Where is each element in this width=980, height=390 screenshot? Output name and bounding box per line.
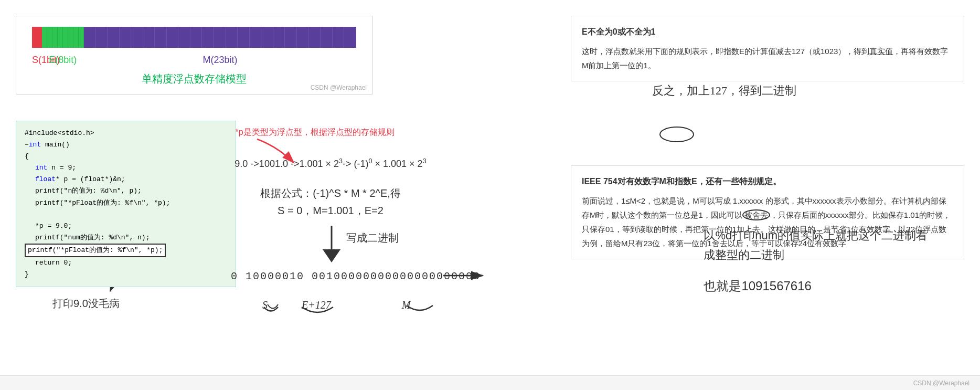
code-keyword-int: int <box>29 141 41 149</box>
code-keyword: float <box>35 175 56 183</box>
big-result-line2: 成整型的二进制 <box>704 245 928 265</box>
m-seg <box>120 27 132 48</box>
e-seg <box>58 27 63 48</box>
code-text: printf("*pFloat的值为: %f\n", *p); <box>35 199 170 207</box>
e-seg <box>63 27 68 48</box>
code-section: #include<stdio.h> –int main() { int n = … <box>16 121 236 287</box>
box1-content: 这时，浮点数就采用下面的规则表示，即指数E的计算值减去127（或1023），得到… <box>582 44 953 72</box>
code-text: #include<stdio.h> <box>25 129 94 137</box>
m-seg <box>333 27 345 48</box>
code-text: printf("n的值为: %d\n", p); <box>35 187 142 195</box>
m-seg <box>238 27 250 48</box>
e-label: E+127 <box>302 299 331 311</box>
float-diagram-panel: S(1bit) E(8bit) M(23bit) 单精度浮点数存储模型 CSDN… <box>16 16 372 94</box>
m-seg <box>285 27 297 48</box>
e-seg <box>42 27 47 48</box>
binary-result: 0 10000010 00100000000000000000000 <box>231 270 481 282</box>
formula-calc-line1: 根据公式：(-1)^S * M * 2^E,得 <box>226 186 435 201</box>
big-result-line1: 以%d打印num的值实际上就把这个二进制看 <box>704 226 928 245</box>
e-seg <box>79 27 84 48</box>
svg-marker-4 <box>323 249 340 262</box>
code-line-13: } <box>25 269 227 280</box>
float-diagram: S(1bit) E(8bit) M(23bit) 单精度浮点数存储模型 CSDN… <box>16 16 372 94</box>
red-annotation: *p是类型为浮点型，根据浮点型的存储规则 <box>220 127 409 138</box>
code-line-3: { <box>25 151 227 162</box>
code-text: main() <box>41 141 70 149</box>
bottom-watermark: CSDN @Weraphael <box>913 380 970 387</box>
code-line-2: –int main() <box>25 139 227 151</box>
m-seg <box>131 27 143 48</box>
code-line-highlight: printf("*pFloat的值为: %f\n", *p); <box>25 244 166 257</box>
sign-bit <box>32 27 42 48</box>
box1-title: E不全为0或不全为1 <box>582 25 953 40</box>
e-seg <box>52 27 58 48</box>
e-seg <box>47 27 52 48</box>
code-line-10: printf("num的值为: %d\n", n); <box>25 232 227 244</box>
code-line-1: #include<stdio.h> <box>25 128 227 139</box>
code-prefix: – <box>25 141 29 149</box>
code-text: { <box>25 152 29 160</box>
code-text: * p = (float*)&n; <box>56 175 125 183</box>
code-line-4: int n = 9; <box>25 162 227 174</box>
m-seg <box>261 27 273 48</box>
code-line-8 <box>25 209 227 220</box>
watermark-top: CSDN @Weraphael <box>311 84 367 91</box>
big-result-value: 也就是1091567616 <box>704 276 928 297</box>
code-line-9: *p = 9.0; <box>25 220 227 232</box>
formula-values: S = 0，M=1.001，E=2 <box>226 204 435 218</box>
formula-text: 9.0 ->1001.0 ->1.001 × 23-> (-1)0 × 1.00… <box>235 159 426 169</box>
code-text: n = 9; <box>47 164 76 172</box>
code-text: } <box>25 270 29 278</box>
m-seg <box>214 27 226 48</box>
formula-calc: 根据公式：(-1)^S * M * 2^E,得 S = 0，M=1.001，E=… <box>226 186 435 218</box>
write-binary-label: 写成二进制 <box>346 231 399 245</box>
code-text: *p = 9.0; <box>35 222 72 230</box>
code-text: printf("*pFloat的值为: %f\n", *p); <box>28 246 163 254</box>
formula-display: 9.0 ->1001.0 ->1.001 × 23-> (-1)0 × 1.00… <box>226 157 435 170</box>
code-text: return 0; <box>35 259 72 267</box>
m-seg <box>202 27 214 48</box>
m-seg <box>167 27 179 48</box>
circled-text: 被舍去 <box>742 209 770 220</box>
e-seg <box>73 27 79 48</box>
m-seg <box>321 27 333 48</box>
info-box-1: E不全为0或不全为1 这时，浮点数就采用下面的规则表示，即指数E的计算值减去12… <box>571 16 964 81</box>
code-line-12: return 0; <box>25 257 227 269</box>
s-label: S <box>262 299 268 311</box>
diagram-title: 单精度浮点数存储模型 <box>32 72 356 86</box>
big-result-area: 以%d打印num的值实际上就把这个二进制看 成整型的二进制 也就是1091567… <box>704 226 928 297</box>
bit-labels: S(1bit) E(8bit) M(23bit) <box>32 52 356 66</box>
m-seg <box>309 27 321 48</box>
m-seg <box>297 27 309 48</box>
handwritten-note: 反之，加上127，得到二进制 <box>652 83 796 99</box>
print-note: 打印9.0没毛病 <box>52 297 120 311</box>
bottom-bar: CSDN @Weraphael <box>0 375 980 390</box>
m-seg <box>84 27 96 48</box>
exponent-label: E(8bit) <box>42 55 84 66</box>
sign-label: S(1bit) <box>32 55 42 66</box>
m-seg <box>178 27 190 48</box>
m-seg <box>95 27 108 48</box>
m-seg <box>250 27 262 48</box>
code-line-6: printf("n的值为: %d\n", p); <box>25 185 227 197</box>
mantissa-label: M(23bit) <box>84 55 356 66</box>
m-seg <box>108 27 120 48</box>
box2-title: IEEE 754对有效数字M和指数E，还有一些特别规定。 <box>582 174 953 189</box>
m-seg <box>344 27 356 48</box>
code-line-5: float* p = (float*)&n; <box>25 174 227 185</box>
code-text: printf("num的值为: %d\n", n); <box>35 234 150 241</box>
e-seg <box>68 27 73 48</box>
m-seg <box>273 27 285 48</box>
code-line-7: printf("*pFloat的值为: %f\n", *p); <box>25 197 227 209</box>
m-seg <box>155 27 167 48</box>
exponent-bits <box>42 27 84 48</box>
code-keyword: int <box>35 164 47 172</box>
m-seg <box>190 27 203 48</box>
m-label: M <box>402 299 411 311</box>
mantissa-bits <box>84 27 356 48</box>
binary-labels: S E+127 M <box>262 299 410 311</box>
m-seg <box>143 27 155 48</box>
m-seg <box>226 27 238 48</box>
bit-bar <box>32 27 356 48</box>
underline-real: 真实值 <box>869 47 893 56</box>
